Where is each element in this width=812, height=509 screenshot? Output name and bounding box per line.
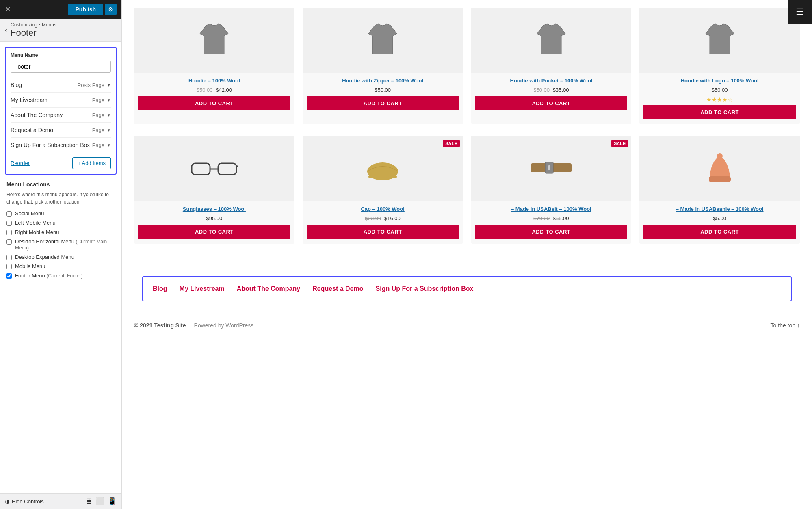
location-label: Mobile Menu [15, 263, 45, 269]
product-image [366, 22, 399, 60]
location-checkbox[interactable] [6, 273, 12, 279]
new-price: $50.00 [375, 87, 391, 93]
menu-name-input[interactable] [11, 61, 111, 73]
product-image [190, 157, 238, 181]
location-item: Right Mobile Menu [6, 229, 115, 235]
menu-locations-desc: Here's where this menu appears. If you'd… [6, 191, 115, 206]
chevron-down-icon: ▼ [107, 143, 111, 147]
product-title[interactable]: Hoodie – 100% Wool [134, 77, 294, 84]
menu-item-type: Posts Page [78, 82, 105, 88]
product-title[interactable]: Cap – 100% Wool [303, 206, 463, 213]
footer-powered: Powered by WordPress [194, 322, 254, 329]
location-item: Desktop Horizontal Menu (Current: Main M… [6, 238, 115, 251]
location-checkbox[interactable] [6, 230, 12, 235]
close-button[interactable]: ✕ [5, 6, 11, 13]
new-price: $95.00 [206, 215, 222, 221]
product-title[interactable]: Hoodie with Logo – 100% Wool [639, 77, 800, 84]
product-title[interactable]: Sunglasses – 100% Wool [134, 206, 294, 213]
product-card: SALE – Made in USABelt – 100% Wool $70.0… [471, 136, 632, 244]
menu-item-type-area: Posts Page ▼ [78, 82, 111, 88]
location-checkbox[interactable] [6, 221, 12, 226]
footer-nav-link[interactable]: My Livestream [180, 285, 225, 292]
location-item: Footer Menu (Current: Footer) [6, 273, 115, 279]
hide-controls-label: Hide Controls [12, 498, 44, 505]
menu-item-type: Page [92, 97, 104, 103]
add-to-cart-button[interactable]: ADD TO CART [307, 225, 459, 239]
location-checkbox[interactable] [6, 239, 12, 245]
back-button[interactable]: ‹ [5, 26, 7, 35]
menu-list-item[interactable]: About The Company Page ▼ [11, 108, 111, 123]
tablet-view-button[interactable]: ⬜ [95, 497, 104, 506]
locations-list: Social Menu Left Mobile Menu Right Mobil… [6, 210, 115, 279]
old-price: $23.00 [365, 215, 381, 221]
location-checkbox[interactable] [6, 211, 12, 217]
menu-list-item[interactable]: Sign Up For a Subscription Box Page ▼ [11, 138, 111, 152]
footer-bottom-left: © 2021 Testing Site Powered by WordPress [134, 322, 253, 329]
menu-actions: Reorder + Add Items [11, 157, 111, 169]
footer-nav-link[interactable]: Request a Demo [312, 285, 363, 292]
add-to-cart-button[interactable]: ADD TO CART [643, 225, 796, 239]
star-rating: ★★★★☆ [639, 96, 800, 103]
location-label: Desktop Horizontal Menu (Current: Main M… [15, 238, 115, 251]
mobile-view-button[interactable]: 📱 [108, 497, 117, 506]
chevron-down-icon: ▼ [107, 113, 111, 117]
svg-rect-7 [709, 176, 731, 182]
sale-badge: SALE [611, 140, 628, 147]
product-image-area [639, 136, 800, 201]
menu-item-type-area: Page ▼ [92, 127, 111, 133]
location-item: Left Mobile Menu [6, 220, 115, 226]
reorder-button[interactable]: Reorder [11, 160, 30, 166]
page-title: Footer [11, 28, 56, 38]
product-title[interactable]: – Made in USABelt – 100% Wool [471, 206, 632, 213]
svg-rect-1 [218, 163, 236, 175]
product-image [198, 22, 230, 60]
menu-list-item[interactable]: My Livestream Page ▼ [11, 93, 111, 108]
topbar: ✕ Publish ⚙ [0, 0, 121, 19]
publish-button[interactable]: Publish [68, 4, 103, 15]
product-image-area [471, 8, 632, 73]
new-price: $42.00 [216, 87, 232, 93]
hamburger-menu-icon[interactable]: ☰ [788, 0, 812, 24]
add-to-cart-button[interactable]: ADD TO CART [138, 96, 290, 110]
add-items-button[interactable]: + Add Items [72, 157, 111, 169]
add-to-cart-button[interactable]: ADD TO CART [475, 225, 628, 239]
add-to-cart-button[interactable]: ADD TO CART [138, 225, 290, 239]
product-title[interactable]: Hoodie with Zipper – 100% Wool [303, 77, 463, 84]
hide-controls-button[interactable]: ◑ Hide Controls [5, 498, 44, 505]
product-image [529, 157, 574, 181]
footer-nav-link[interactable]: Sign Up For a Subscription Box [376, 285, 474, 292]
settings-button[interactable]: ⚙ [105, 4, 117, 15]
product-image [535, 22, 567, 60]
product-title[interactable]: – Made in USABeanie – 100% Wool [639, 206, 800, 213]
add-to-cart-button[interactable]: ADD TO CART [307, 96, 459, 110]
product-image-area [303, 8, 463, 73]
menu-locations-title: Menu Locations [6, 181, 115, 188]
product-card: – Made in USABeanie – 100% Wool $5.00 AD… [639, 136, 800, 244]
product-card: SALE Cap – 100% Wool $23.00 $16.00 ADD T… [303, 136, 463, 244]
location-checkbox[interactable] [6, 264, 12, 269]
products-row2: Sunglasses – 100% Wool $95.00 ADD TO CAR… [134, 136, 800, 244]
product-price: $95.00 [134, 215, 294, 221]
sidebar: ✕ Publish ⚙ ‹ Customizing • Menus Footer… [0, 0, 122, 509]
menu-item-name: Request a Demo [11, 127, 53, 133]
menu-item-type-area: Page ▼ [92, 142, 111, 148]
chevron-down-icon: ▼ [107, 128, 111, 132]
footer-nav-link[interactable]: About The Company [237, 285, 300, 292]
chevron-down-icon: ▼ [107, 83, 111, 87]
breadcrumb: Customizing • Menus [11, 22, 56, 28]
menu-list-item[interactable]: Request a Demo Page ▼ [11, 123, 111, 138]
add-to-cart-button[interactable]: ADD TO CART [643, 105, 796, 119]
product-image [706, 151, 734, 187]
footer-top-link[interactable]: To the top ↑ [771, 322, 800, 329]
footer-nav-link[interactable]: Blog [153, 285, 167, 292]
product-price: $50.00 $42.00 [134, 87, 294, 93]
desktop-view-button[interactable]: 🖥 [85, 497, 92, 506]
menu-locations-section: Menu Locations Here's where this menu ap… [5, 181, 117, 279]
location-checkbox[interactable] [6, 255, 12, 260]
menu-list-item[interactable]: Blog Posts Page ▼ [11, 78, 111, 93]
new-price: $5.00 [713, 215, 726, 221]
svg-point-8 [717, 153, 723, 159]
product-title[interactable]: Hoodie with Pocket – 100% Wool [471, 77, 632, 84]
old-price: $50.00 [197, 87, 213, 93]
add-to-cart-button[interactable]: ADD TO CART [475, 96, 628, 110]
